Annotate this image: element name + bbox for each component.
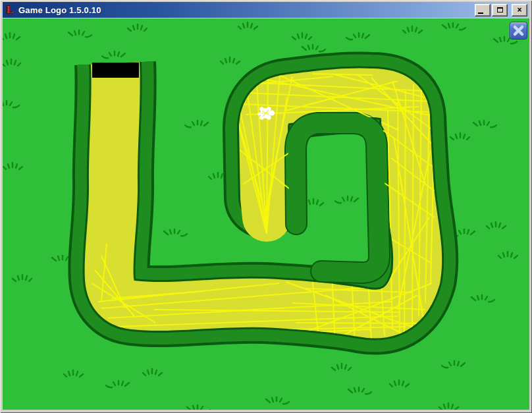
form-close-button[interactable] — [510, 22, 527, 40]
game-canvas[interactable] — [3, 18, 529, 410]
close-button[interactable]: × — [512, 4, 527, 16]
app-icon[interactable]: L — [5, 5, 15, 15]
minimize-button[interactable] — [475, 4, 491, 16]
start-line — [92, 63, 139, 78]
maximize-icon — [497, 7, 503, 13]
app-window: L Game Logo 1.5.0.10 × — [0, 0, 532, 413]
title-bar[interactable]: L Game Logo 1.5.0.10 × — [3, 2, 529, 18]
close-icon: × — [517, 5, 521, 15]
minimize-icon — [478, 13, 483, 14]
window-title: Game Logo 1.5.0.10 — [18, 5, 473, 15]
close-x-icon — [510, 22, 527, 39]
game-area — [3, 18, 529, 410]
maximize-button[interactable] — [492, 4, 508, 16]
